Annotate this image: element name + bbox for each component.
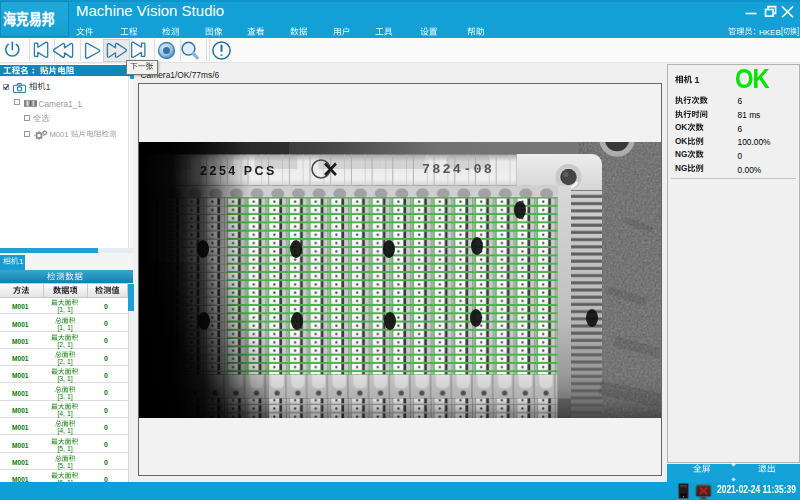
svg-text:]: ] bbox=[797, 27, 799, 37]
svg-text:7824-08: 7824-08 bbox=[422, 162, 494, 177]
svg-text:NG: NG bbox=[675, 150, 687, 159]
svg-text:OK: OK bbox=[675, 123, 687, 132]
svg-text:[: [ bbox=[781, 27, 784, 37]
svg-text:：: ： bbox=[28, 65, 37, 75]
svg-text:OK: OK bbox=[675, 137, 687, 146]
svg-text:NG: NG bbox=[675, 164, 687, 173]
